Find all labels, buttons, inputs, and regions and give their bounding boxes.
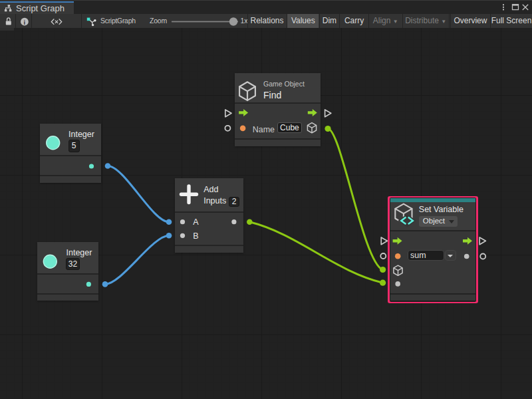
svg-text:i: i — [24, 19, 26, 26]
